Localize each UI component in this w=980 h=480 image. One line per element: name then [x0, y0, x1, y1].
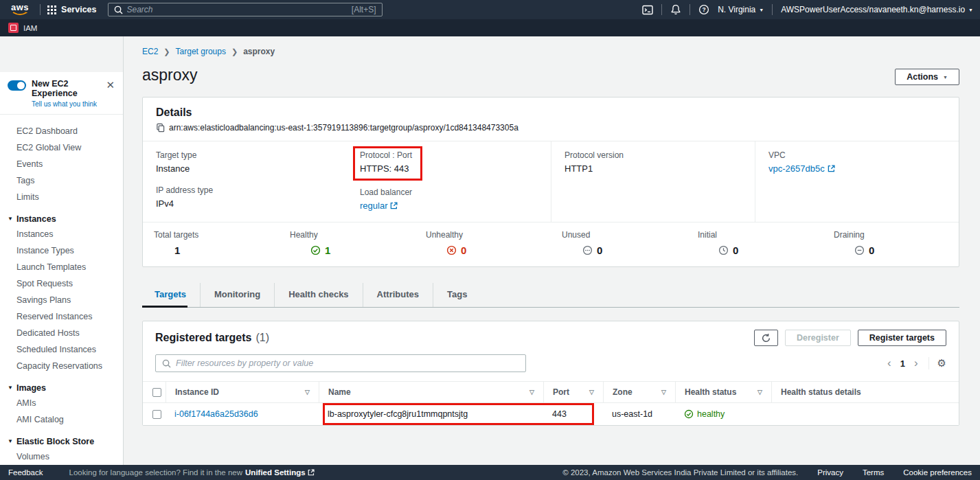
account-label: AWSPowerUserAccess/navaneeth.kn@harness.… — [781, 5, 965, 14]
sidebar-item-dedicated-hosts[interactable]: Dedicated Hosts — [0, 325, 123, 341]
sidebar-item-tags[interactable]: Tags — [0, 172, 123, 189]
ip-address-type-label: IP address type — [156, 185, 334, 195]
tab-attributes[interactable]: Attributes — [363, 283, 433, 307]
feedback-link[interactable]: Feedback — [8, 468, 43, 477]
refresh-button[interactable] — [754, 330, 778, 346]
minus-circle-icon — [854, 245, 865, 255]
topbar-divider — [690, 4, 690, 15]
column-label: Port — [553, 387, 569, 397]
instance-id-link[interactable]: i-06f1744a6a25d36d6 — [174, 409, 258, 419]
select-all-checkbox-cell — [143, 382, 166, 402]
sidebar-item-reserved-instances[interactable]: Reserved Instances — [0, 308, 123, 325]
next-page-icon[interactable]: › — [912, 358, 920, 368]
column-header-health-status-details[interactable]: Health status details — [771, 382, 959, 402]
sidebar-nav: EC2 Dashboard EC2 Global View Events Tag… — [0, 115, 123, 465]
protocol-version-value: HTTP1 — [565, 163, 742, 174]
register-targets-button[interactable]: Register targets — [858, 330, 946, 346]
breadcrumb-target-groups[interactable]: Target groups — [176, 47, 226, 56]
global-search[interactable]: [Alt+S] — [108, 3, 383, 16]
chevron-down-icon: ▼ — [968, 8, 973, 12]
sort-icon: ▽ — [305, 389, 310, 396]
targets-filter[interactable] — [155, 354, 526, 372]
breadcrumb-ec2[interactable]: EC2 — [142, 47, 158, 56]
breadcrumb: EC2 ❯ Target groups ❯ asproxy — [142, 47, 959, 56]
actions-button[interactable]: Actions ▼ — [895, 69, 959, 85]
cell-health-status: healthy — [675, 403, 771, 425]
sidebar-item-ami-catalog[interactable]: AMI Catalog — [0, 411, 123, 428]
current-page-number[interactable]: 1 — [900, 358, 905, 369]
search-input[interactable] — [127, 5, 347, 14]
stat-value: 0 — [461, 244, 466, 256]
sidebar-item-volumes[interactable]: Volumes — [0, 448, 123, 465]
tab-monitoring[interactable]: Monitoring — [200, 283, 274, 307]
services-menu[interactable]: Services — [47, 5, 96, 14]
column-header-name[interactable]: Name▽ — [319, 382, 543, 402]
column-label: Health status details — [781, 387, 861, 397]
sidebar-item-events[interactable]: Events — [0, 156, 123, 172]
registered-targets-count: (1) — [256, 332, 270, 344]
details-column-1: Target type Instance IP address type IPv… — [143, 141, 347, 222]
stat-value: 0 — [733, 244, 738, 256]
table-settings-gear-icon[interactable]: ⚙ — [937, 357, 946, 369]
sidebar-item-launch-templates[interactable]: Launch Templates — [0, 259, 123, 275]
details-column-2: Protocol : Port HTTPS: 443 Load balancer… — [347, 141, 551, 222]
sidebar-item-spot-requests[interactable]: Spot Requests — [0, 275, 123, 292]
sidebar-section-instances[interactable]: ▼ Instances — [0, 214, 123, 224]
cookie-preferences-link[interactable]: Cookie preferences — [903, 468, 972, 477]
select-all-checkbox[interactable] — [152, 388, 161, 397]
caret-down-icon: ▼ — [8, 385, 13, 391]
sidebar-item-limits[interactable]: Limits — [0, 189, 123, 205]
region-selector[interactable]: N. Virginia ▼ — [718, 5, 764, 14]
terms-link[interactable]: Terms — [863, 468, 884, 477]
account-menu[interactable]: AWSPowerUserAccess/navaneeth.kn@harness.… — [781, 5, 973, 14]
protocol-port-value: HTTPS: 443 — [360, 163, 412, 174]
tab-targets[interactable]: Targets — [142, 283, 200, 307]
iam-service-icon — [8, 23, 19, 33]
check-circle-icon — [684, 409, 694, 419]
deregister-button[interactable]: Deregister — [785, 330, 851, 346]
aws-logo[interactable]: aws — [7, 3, 33, 16]
sidebar-item-ec2-dashboard[interactable]: EC2 Dashboard — [0, 123, 123, 139]
column-header-zone[interactable]: Zone▽ — [603, 382, 675, 402]
target-health-summary: Total targets 1 Healthy 1 Unhealthy 0 — [143, 222, 959, 266]
stat-value: 0 — [869, 244, 874, 256]
favorite-iam[interactable]: IAM — [23, 24, 37, 32]
help-button[interactable]: ? — [698, 4, 709, 15]
caret-down-icon: ▼ — [8, 438, 13, 444]
tab-tags[interactable]: Tags — [433, 283, 481, 307]
stat-label: Initial — [698, 230, 823, 240]
section-label: Instances — [16, 214, 56, 224]
sidebar-section-elastic-block-store[interactable]: ▼ Elastic Block Store — [0, 437, 123, 446]
column-header-instance-id[interactable]: Instance ID▽ — [166, 382, 319, 402]
previous-page-icon[interactable]: ‹ — [885, 358, 893, 368]
details-title: Details — [143, 98, 959, 122]
row-checkbox[interactable] — [152, 410, 161, 419]
sidebar-section-images[interactable]: ▼ Images — [0, 383, 123, 393]
copy-icon[interactable] — [156, 123, 165, 133]
cell-port: 443 — [543, 403, 603, 425]
load-balancer-link[interactable]: regular — [360, 201, 398, 211]
sidebar-item-scheduled-instances[interactable]: Scheduled Instances — [0, 341, 123, 358]
check-circle-icon — [310, 245, 321, 255]
privacy-link[interactable]: Privacy — [817, 468, 843, 477]
vpc-link[interactable]: vpc-2657db5c — [768, 163, 835, 174]
aws-logo-text: aws — [11, 3, 29, 12]
cloudshell-button[interactable] — [642, 5, 653, 15]
targets-filter-input[interactable] — [176, 358, 519, 368]
new-experience-toggle[interactable] — [8, 80, 26, 91]
sidebar-item-capacity-reservations[interactable]: Capacity Reservations — [0, 358, 123, 374]
sidebar-item-amis[interactable]: AMIs — [0, 395, 123, 411]
tab-health-checks[interactable]: Health checks — [274, 283, 362, 307]
column-header-health-status[interactable]: Health status▽ — [675, 382, 771, 402]
unified-settings-link[interactable]: Unified Settings — [245, 468, 315, 477]
sidebar-item-savings-plans[interactable]: Savings Plans — [0, 292, 123, 308]
close-icon[interactable]: ✕ — [104, 79, 116, 91]
sidebar-item-instance-types[interactable]: Instance Types — [0, 242, 123, 259]
column-header-port[interactable]: Port▽ — [543, 382, 603, 402]
chevron-down-icon: ▼ — [759, 8, 764, 12]
new-experience-feedback-link[interactable]: Tell us what you think — [32, 100, 99, 108]
sidebar-item-instances[interactable]: Instances — [0, 226, 123, 242]
sidebar-item-ec2-global-view[interactable]: EC2 Global View — [0, 139, 123, 156]
external-link-icon — [828, 165, 835, 172]
notifications-button[interactable] — [670, 4, 681, 15]
